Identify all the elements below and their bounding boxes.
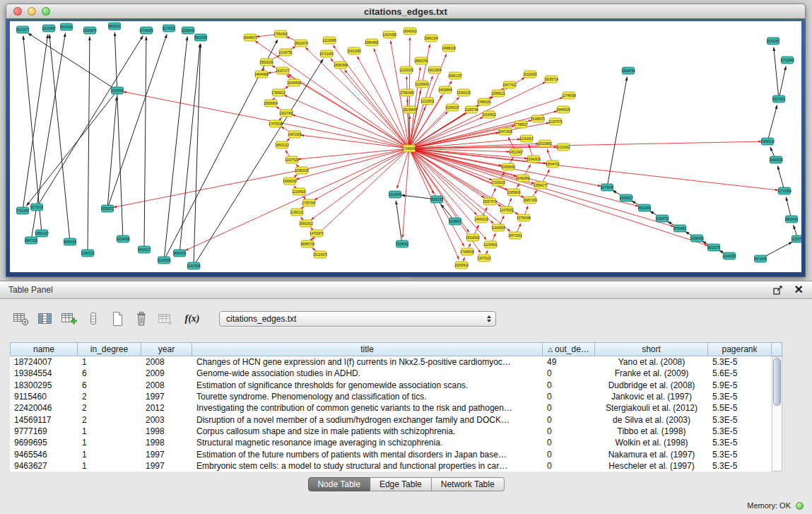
network-edge[interactable] (296, 148, 409, 180)
cell-out_de[interactable]: 49 (543, 356, 595, 368)
network-node[interactable]: 16961337 (448, 72, 463, 79)
network-node[interactable]: 19013904 (428, 66, 442, 74)
zoom-window-button[interactable] (42, 7, 50, 16)
cell-out_de[interactable]: 0 (543, 426, 595, 437)
column-header-short[interactable]: short (595, 342, 708, 356)
network-node[interactable]: 18985734 (300, 240, 315, 247)
network-node[interactable]: 17999013 (271, 89, 286, 96)
network-node[interactable]: 16962612 (299, 220, 314, 227)
window-titlebar[interactable]: citations_edges.txt (6, 4, 806, 19)
network-node[interactable]: 12234561 (483, 241, 498, 248)
cell-pagerank[interactable]: 5.9E-5 (708, 380, 772, 391)
network-node[interactable]: 17089538 (460, 248, 475, 255)
show-columns-icon[interactable] (35, 310, 55, 328)
cell-out_de[interactable]: 0 (543, 380, 595, 391)
network-node[interactable]: 9521677 (16, 26, 29, 33)
table-mode-icon[interactable] (11, 310, 31, 328)
network-node[interactable]: 10958317 (619, 194, 634, 201)
network-node[interactable]: 15564892 (365, 39, 379, 46)
network-node[interactable]: 9350672 (101, 205, 114, 212)
network-edge[interactable] (185, 148, 409, 250)
network-node[interactable]: 11600834 (491, 224, 505, 231)
network-node[interactable]: 18022978 (294, 40, 309, 47)
network-edge[interactable] (409, 141, 761, 148)
network-node[interactable]: 16648784 (621, 67, 636, 74)
network-node[interactable]: 12205643 (415, 81, 430, 88)
network-edge[interactable] (403, 148, 409, 238)
network-node[interactable]: 12475052 (500, 206, 514, 214)
network-node[interactable]: 14638849 (438, 86, 453, 93)
column-header-in_degree[interactable]: in_degree (78, 342, 141, 356)
network-node[interactable]: 17240041 (402, 145, 417, 152)
table-row[interactable]: 1456911722003Disruption of a novel membe… (10, 414, 782, 425)
network-node[interactable]: 11007529 (285, 156, 299, 163)
network-edge[interactable] (107, 35, 167, 209)
cell-in_degree[interactable]: 6 (78, 380, 141, 391)
cell-year[interactable]: 1998 (141, 437, 192, 448)
network-edge[interactable] (164, 37, 187, 260)
network-node[interactable]: 9073516 (30, 204, 43, 211)
network-node[interactable]: 11025874 (83, 27, 97, 34)
network-node[interactable]: 16382018 (295, 167, 310, 174)
cell-year[interactable]: 2003 (141, 414, 192, 425)
network-node[interactable]: 11297579 (548, 118, 563, 125)
cell-name[interactable]: 9463627 (10, 460, 78, 472)
cell-name[interactable]: 9777169 (10, 426, 78, 437)
cell-in_degree[interactable]: 2 (78, 391, 141, 402)
network-node[interactable]: 10460934 (769, 156, 784, 163)
network-edge[interactable] (107, 97, 117, 209)
cell-out_de[interactable]: 0 (543, 437, 595, 448)
network-node[interactable]: 12958121 (491, 90, 506, 97)
float-panel-icon[interactable] (773, 286, 783, 295)
network-edge[interactable] (194, 59, 323, 266)
network-node[interactable]: 8492617 (138, 246, 151, 253)
network-node[interactable]: 12524399 (382, 31, 397, 38)
network-node[interactable]: 11642083 (722, 252, 736, 259)
network-edge[interactable] (88, 37, 90, 253)
table-row[interactable]: 1830029562008Estimation of significance … (10, 380, 782, 391)
network-node[interactable]: 15185073 (531, 115, 546, 122)
cell-in_degree[interactable]: 6 (78, 368, 141, 379)
cell-short[interactable]: Franke et al. (2009) (595, 368, 708, 379)
network-node[interactable]: 17554300 (273, 30, 288, 37)
network-node[interactable]: 15918302 (466, 234, 481, 241)
cell-in_degree[interactable]: 1 (78, 426, 141, 437)
cell-out_de[interactable]: 0 (543, 391, 595, 402)
network-node[interactable]: 9760481 (673, 225, 686, 232)
cell-out_de[interactable]: 0 (543, 448, 595, 460)
network-canvas[interactable]: 1724004116046571175543001802297812140781… (10, 21, 801, 272)
cell-name[interactable]: 9699695 (10, 437, 78, 448)
network-node[interactable]: 12232033 (399, 66, 414, 74)
network-edge[interactable] (27, 90, 117, 206)
cell-short[interactable]: Yano et al. (2008) (595, 356, 708, 368)
cell-title[interactable]: Estimation of the future numbers of pati… (192, 448, 543, 460)
cell-title[interactable]: Embryonic stem cells: a model to study s… (192, 460, 543, 472)
network-node[interactable]: 14600213 (474, 216, 489, 223)
cell-year[interactable]: 1997 (141, 448, 192, 460)
network-node[interactable]: 14513407 (509, 148, 524, 156)
network-node[interactable]: 18473261 (508, 232, 523, 239)
network-edge[interactable] (774, 47, 779, 99)
network-node[interactable]: 9838261 (108, 23, 121, 30)
network-node[interactable]: 17788527 (514, 121, 529, 128)
cell-out_de[interactable]: 0 (543, 460, 595, 472)
network-node[interactable]: 18239647 (403, 106, 418, 113)
network-node[interactable]: 12204925 (292, 188, 307, 195)
network-node[interactable]: 15057974 (483, 198, 498, 205)
cell-name[interactable]: 22420046 (10, 402, 78, 414)
network-node[interactable]: 12216511 (420, 98, 435, 105)
cell-year[interactable]: 1997 (141, 391, 192, 402)
cell-title[interactable]: Disruption of a novel member of a sodium… (192, 414, 543, 425)
column-header-out_de[interactable]: △out_de… (543, 342, 595, 356)
table-row[interactable]: 1872400712008Changes of HCN gene express… (10, 356, 782, 368)
cell-in_degree[interactable]: 2 (78, 414, 141, 425)
network-node[interactable]: 10034958 (116, 235, 131, 243)
close-panel-icon[interactable]: ✕ (794, 284, 804, 296)
cell-year[interactable]: 1998 (141, 426, 192, 437)
network-node[interactable]: 11487203 (81, 250, 95, 257)
network-node[interactable]: 13954177 (534, 182, 548, 189)
cell-year[interactable]: 2008 (141, 356, 192, 368)
cell-name[interactable]: 9465546 (10, 448, 78, 460)
network-node[interactable]: 12140781 (278, 49, 293, 56)
network-node[interactable]: 19861304 (424, 35, 439, 42)
